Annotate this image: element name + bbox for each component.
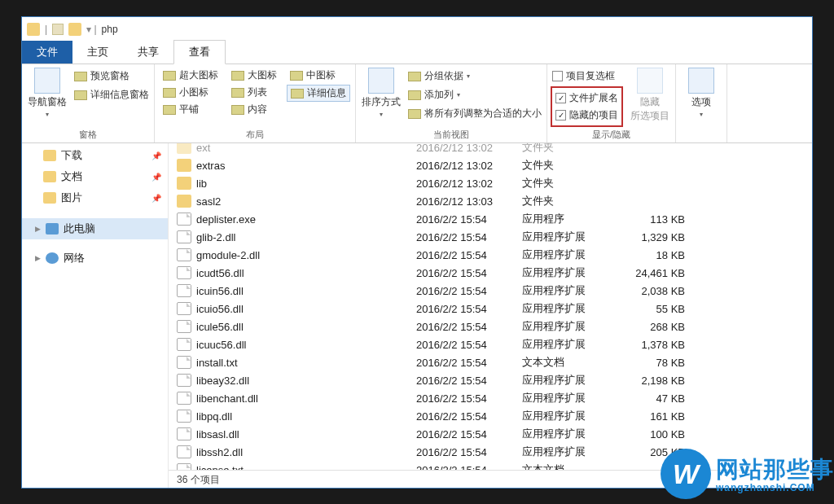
file-date: 2016/2/2 15:54	[416, 321, 522, 333]
file-row[interactable]: extras2016/2/12 13:02文件夹	[169, 156, 812, 174]
layout-sm[interactable]: 小图标	[160, 85, 222, 100]
file-size: 47 KB	[628, 392, 693, 405]
file-row[interactable]: libeay32.dll2016/2/2 15:54应用程序扩展2,198 KB	[169, 371, 812, 389]
file-icon	[177, 230, 191, 243]
layout-list[interactable]: 列表	[228, 85, 280, 100]
file-icon	[177, 410, 191, 423]
file-row[interactable]: libpq.dll2016/2/2 15:54应用程序扩展161 KB	[169, 407, 812, 425]
folder-icon	[43, 192, 56, 204]
file-date: 2016/2/2 15:54	[416, 303, 522, 315]
checkbox-icon	[552, 71, 563, 81]
options-icon	[688, 68, 714, 94]
addcol-button[interactable]: 添加列 ▾	[408, 86, 542, 103]
sort-button[interactable]: 排序方式 ▾	[361, 68, 402, 118]
sort-icon	[368, 68, 394, 94]
pin-icon: 📌	[151, 194, 161, 203]
ribbon: 导航窗格 ▾ 预览窗格 详细信息窗格 窗格 超大图标 小图标 平铺 大图标	[22, 64, 812, 143]
file-icon	[177, 445, 191, 458]
layout-details[interactable]: 详细信息	[287, 85, 350, 102]
file-type: 应用程序扩展	[522, 409, 628, 423]
file-name: libpq.dll	[196, 410, 416, 423]
chevron-down-icon: ▾	[380, 111, 383, 118]
watermark: W 网站那些事 wangzhanshi.COM	[661, 449, 834, 499]
file-icon	[177, 320, 191, 333]
file-name: install.txt	[196, 357, 416, 369]
tab-home[interactable]: 主页	[72, 41, 123, 64]
file-date: 2016/2/2 15:54	[416, 339, 522, 351]
file-row[interactable]: lib2016/2/12 13:02文件夹	[169, 174, 812, 192]
qat-icon[interactable]	[52, 24, 64, 35]
layout-xl[interactable]: 超大图标	[160, 68, 222, 83]
nav-downloads[interactable]: 下载📌	[22, 145, 168, 166]
window-title: php	[102, 24, 118, 35]
file-row[interactable]: icuin56.dll2016/2/2 15:54应用程序扩展2,038 KB	[169, 282, 812, 300]
file-row[interactable]: icule56.dll2016/2/2 15:54应用程序扩展268 KB	[169, 318, 812, 335]
file-date: 2016/2/2 15:54	[416, 464, 522, 471]
file-row[interactable]: libsasl.dll2016/2/2 15:54应用程序扩展100 KB	[169, 425, 812, 443]
file-icon	[177, 213, 191, 226]
layout-tiles[interactable]: 平铺	[160, 102, 222, 117]
hidden-items-toggle[interactable]: ✓隐藏的项目	[555, 107, 618, 124]
file-type: 应用程序扩展	[522, 301, 628, 316]
highlight-annotation: ✓文件扩展名 ✓隐藏的项目	[551, 86, 623, 127]
file-ext-toggle[interactable]: ✓文件扩展名	[555, 90, 618, 107]
file-date: 2016/2/12 13:02	[416, 160, 522, 172]
tab-view[interactable]: 查看	[173, 40, 226, 64]
file-size: 2,038 KB	[628, 285, 693, 297]
file-row[interactable]: glib-2.dll2016/2/2 15:54应用程序扩展1,329 KB	[169, 228, 812, 246]
nav-pane-button[interactable]: 导航窗格 ▾	[27, 68, 68, 118]
file-row[interactable]: icuuc56.dll2016/2/2 15:54应用程序扩展1,378 KB	[169, 335, 812, 353]
details-pane-toggle[interactable]: 详细信息窗格	[74, 86, 149, 103]
fitcols-button[interactable]: 将所有列调整为合适的大小	[408, 105, 542, 122]
hide-icon	[637, 68, 663, 94]
file-row[interactable]: install.txt2016/2/2 15:54文本文档78 KB	[169, 353, 812, 371]
tab-file[interactable]: 文件	[22, 41, 72, 64]
tab-share[interactable]: 共享	[123, 41, 173, 64]
file-type: 文件夹	[522, 176, 628, 191]
file-name: sasl2	[196, 195, 416, 208]
nav-pictures[interactable]: 图片📌	[22, 187, 168, 208]
file-list[interactable]: ext2016/2/12 13:02文件夹extras2016/2/12 13:…	[169, 143, 812, 470]
file-row[interactable]: ext2016/2/12 13:02文件夹	[169, 143, 812, 156]
content-area: 下载📌 文档📌 图片📌 ▶此电脑 ▶网络 ext2016/2/12 13:02文…	[22, 143, 812, 488]
groupby-button[interactable]: 分组依据 ▾	[408, 68, 542, 85]
options-button[interactable]: 选项 ▾	[681, 68, 722, 118]
file-row[interactable]: sasl22016/2/12 13:03文件夹	[169, 192, 812, 210]
network-icon	[46, 252, 59, 264]
file-name: libenchant.dll	[196, 392, 416, 405]
file-date: 2016/2/2 15:54	[416, 446, 522, 458]
file-row[interactable]: libenchant.dll2016/2/2 15:54应用程序扩展47 KB	[169, 389, 812, 407]
file-type: 应用程序	[522, 212, 628, 226]
pin-icon: 📌	[151, 173, 161, 182]
file-pane: ext2016/2/12 13:02文件夹extras2016/2/12 13:…	[169, 143, 812, 488]
folder-icon	[43, 150, 56, 161]
chevron-right-icon: ▶	[35, 225, 41, 233]
file-size: 1,378 KB	[628, 339, 693, 351]
file-date: 2016/2/2 15:54	[416, 249, 522, 261]
file-name: icuuc56.dll	[196, 339, 416, 351]
nav-network[interactable]: ▶网络	[22, 248, 168, 269]
item-checkboxes-toggle[interactable]: 项目复选框	[552, 68, 623, 85]
file-date: 2016/2/2 15:54	[416, 213, 522, 226]
file-name: gmodule-2.dll	[196, 249, 416, 261]
file-row[interactable]: icuio56.dll2016/2/2 15:54应用程序扩展55 KB	[169, 300, 812, 318]
file-icon	[177, 463, 191, 470]
file-date: 2016/2/2 15:54	[416, 267, 522, 279]
nav-this-pc[interactable]: ▶此电脑	[22, 218, 168, 239]
file-name: libssh2.dll	[196, 446, 416, 458]
file-row[interactable]: deplister.exe2016/2/2 15:54应用程序113 KB	[169, 210, 812, 228]
layout-md[interactable]: 中图标	[287, 68, 350, 83]
file-row[interactable]: icudt56.dll2016/2/2 15:54应用程序扩展24,461 KB	[169, 264, 812, 282]
file-type: 应用程序扩展	[522, 391, 628, 405]
layout-lg[interactable]: 大图标	[228, 68, 280, 83]
file-row[interactable]: gmodule-2.dll2016/2/2 15:54应用程序扩展18 KB	[169, 246, 812, 264]
nav-documents[interactable]: 文档📌	[22, 166, 168, 187]
file-size: 55 KB	[628, 303, 693, 315]
preview-icon	[74, 72, 87, 81]
nav-pane-icon	[34, 68, 60, 94]
preview-pane-toggle[interactable]: 预览窗格	[74, 68, 149, 85]
folder-icon	[177, 177, 191, 190]
hide-selected-button[interactable]: 隐藏 所选项目	[630, 68, 670, 123]
checkbox-checked-icon: ✓	[555, 93, 566, 103]
layout-content[interactable]: 内容	[228, 102, 280, 117]
